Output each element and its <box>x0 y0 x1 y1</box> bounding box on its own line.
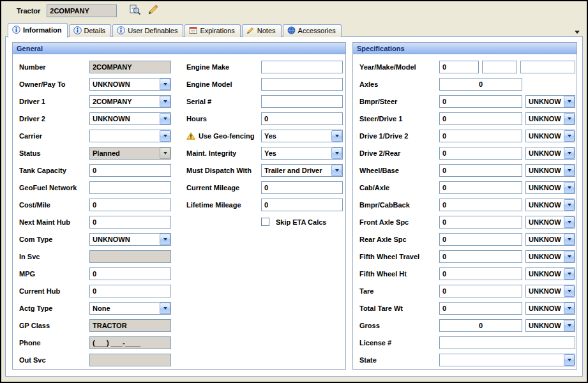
field-bmpr-steer[interactable] <box>439 95 522 108</box>
dropdown-arrow-icon[interactable] <box>564 216 575 228</box>
dropdown-arrow-icon[interactable] <box>331 147 342 159</box>
dropdown-arrow-icon[interactable] <box>160 130 170 142</box>
field-current-mileage[interactable] <box>261 181 343 194</box>
field-front-axle-spc[interactable] <box>439 216 522 229</box>
dropdown-arrow-icon[interactable] <box>564 165 575 176</box>
dropdown-arrow-icon[interactable] <box>564 182 575 193</box>
field-label-text: Drive 2/Rear <box>359 149 400 157</box>
field-axles[interactable] <box>439 78 522 91</box>
tractor-id-input[interactable] <box>47 4 117 17</box>
dropdown-arrow-icon[interactable] <box>564 96 575 107</box>
combo-wheel-base[interactable]: UNKNOW <box>525 164 575 177</box>
field-year-make-model-3[interactable] <box>520 61 575 73</box>
field-label: Driver 2 <box>19 115 89 123</box>
dropdown-arrow-icon[interactable] <box>564 303 575 314</box>
combo-driver-2[interactable]: UNKNOWN <box>89 112 171 125</box>
dropdown-arrow-icon[interactable] <box>564 320 575 331</box>
field-geofuel-network[interactable] <box>89 181 171 194</box>
find-button[interactable] <box>126 3 144 19</box>
dropdown-arrow-icon[interactable] <box>564 147 575 159</box>
combo-must-dispatch-with[interactable]: Trailer and Driver <box>261 164 343 177</box>
tab-expirations[interactable]: Expirations <box>185 24 240 37</box>
dropdown-arrow-icon[interactable] <box>564 199 575 211</box>
combo-owner-pay-to[interactable]: UNKNOWN <box>89 78 171 91</box>
combo-front-axle-spc[interactable]: UNKNOW <box>525 216 575 229</box>
combo-state[interactable] <box>439 354 575 366</box>
field-label: Tank Capacity <box>19 167 89 174</box>
field-lifetime-mileage[interactable] <box>261 199 343 211</box>
field-fifth-wheel-ht[interactable] <box>439 267 522 280</box>
combo-bmpr-cabback[interactable]: UNKNOW <box>525 199 575 211</box>
combo-value: None <box>90 304 160 312</box>
dropdown-arrow-icon[interactable] <box>160 96 170 107</box>
field-cab-axle[interactable] <box>439 181 522 194</box>
tab-user-definables[interactable]: User Definables <box>112 24 183 37</box>
dropdown-arrow-icon[interactable] <box>160 79 170 90</box>
combo-fifth-wheel-ht[interactable]: UNKNOW <box>525 267 575 280</box>
field-serial[interactable] <box>261 95 343 108</box>
combo-total-tare-wt[interactable]: UNKNOW <box>525 302 575 315</box>
tab-accessories[interactable]: Accessories <box>283 24 342 37</box>
field-engine-model[interactable] <box>261 78 343 91</box>
field-license[interactable] <box>439 336 575 349</box>
checkbox-skip-eta-calcs[interactable] <box>261 218 269 226</box>
combo-bmpr-steer[interactable]: UNKNOW <box>525 95 575 108</box>
combo-rear-axle-spc[interactable]: UNKNOW <box>525 233 575 246</box>
tab-notes[interactable]: Notes <box>242 24 282 37</box>
field-gross[interactable] <box>439 319 522 332</box>
dropdown-arrow-icon[interactable] <box>331 165 342 176</box>
combo-use-geo-fencing[interactable]: Yes <box>261 130 343 142</box>
field-total-tare-wt[interactable] <box>439 302 522 315</box>
combo-driver-1[interactable]: 2COMPANY <box>89 95 171 108</box>
field-engine-make[interactable] <box>261 61 343 73</box>
field-steer-drive-1[interactable] <box>439 112 522 125</box>
combo-carrier[interactable] <box>89 130 171 142</box>
combo-maint-integrity[interactable]: Yes <box>261 147 343 160</box>
tab-overflow-chevron-down-icon[interactable] <box>573 28 582 36</box>
combo-tare[interactable]: UNKNOW <box>525 285 575 297</box>
dropdown-arrow-icon[interactable] <box>160 303 170 314</box>
combo-com-type[interactable]: UNKNOWN <box>89 233 171 246</box>
field-bmpr-cabback[interactable] <box>439 199 522 211</box>
field-hours[interactable] <box>261 112 343 125</box>
field-fifth-wheel-travel[interactable] <box>439 250 522 263</box>
dropdown-arrow-icon[interactable] <box>564 251 575 262</box>
combo-steer-drive-1[interactable]: UNKNOW <box>525 112 575 125</box>
combo-actg-type[interactable]: None <box>89 302 171 315</box>
field-current-hub[interactable] <box>89 285 171 297</box>
dropdown-arrow-icon[interactable] <box>564 354 575 366</box>
tab-details[interactable]: Details <box>69 24 112 37</box>
dropdown-arrow-icon[interactable] <box>331 130 342 142</box>
info-icon <box>12 26 20 34</box>
field-mpg[interactable] <box>89 267 171 280</box>
dropdown-arrow-icon[interactable] <box>160 234 170 245</box>
field-year-make-model-1[interactable] <box>439 61 479 73</box>
dropdown-arrow-icon[interactable] <box>564 130 575 142</box>
dropdown-arrow-icon[interactable] <box>564 285 575 297</box>
row-total-tare-wt: Total Tare WtUNKNOW <box>359 299 577 317</box>
field-controls: UNKNOW <box>439 319 575 332</box>
combo-fifth-wheel-travel[interactable]: UNKNOW <box>525 250 575 263</box>
field-rear-axle-spc[interactable] <box>439 233 522 246</box>
combo-drive-2-rear[interactable]: UNKNOW <box>525 147 575 160</box>
combo-gross[interactable]: UNKNOW <box>525 319 575 332</box>
field-drive-2-rear[interactable] <box>439 147 522 160</box>
tab-information[interactable]: Information <box>8 23 68 38</box>
dropdown-arrow-icon[interactable] <box>564 268 575 280</box>
field-in-svc <box>89 250 171 263</box>
field-next-maint-hub[interactable] <box>89 216 171 229</box>
dropdown-arrow-icon[interactable] <box>160 113 170 124</box>
combo-cab-axle[interactable]: UNKNOW <box>525 181 575 194</box>
field-wheel-base[interactable] <box>439 164 522 177</box>
dropdown-arrow-icon[interactable] <box>564 113 575 124</box>
field-drive-1-drive-2[interactable] <box>439 130 522 142</box>
edit-button[interactable] <box>144 3 162 19</box>
field-year-make-model-2[interactable] <box>482 61 517 73</box>
arrow-glyph <box>163 117 167 120</box>
field-tare[interactable] <box>439 285 522 297</box>
dropdown-arrow-icon[interactable] <box>564 234 575 245</box>
combo-drive-1-drive-2[interactable]: UNKNOW <box>525 130 575 142</box>
field-cost-mile[interactable] <box>89 199 171 211</box>
warning-icon <box>186 132 195 140</box>
field-tank-capacity[interactable] <box>89 164 171 177</box>
